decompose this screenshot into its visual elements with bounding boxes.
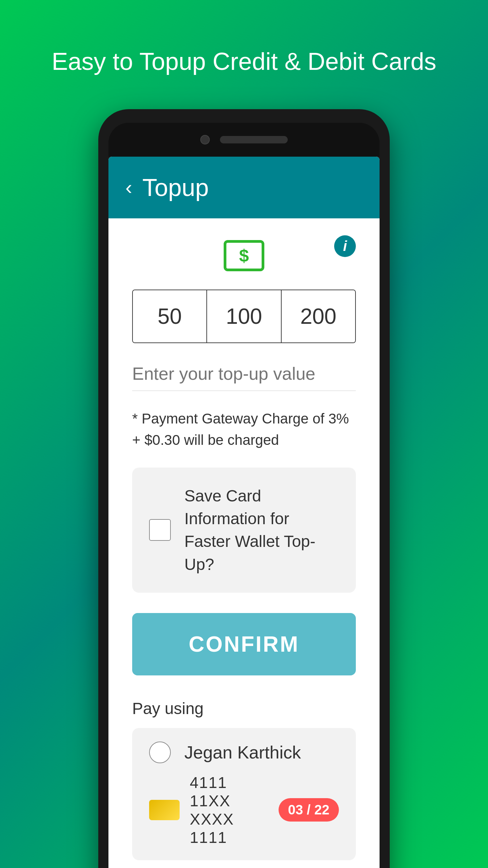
amount-buttons: 50 100 200	[132, 290, 356, 343]
save-card-label: Save Card Information for Faster Wallet …	[184, 485, 339, 576]
app-header: ‹ Topup	[108, 157, 380, 218]
card-radio-button[interactable]	[149, 742, 171, 763]
pay-using-label: Pay using	[132, 699, 356, 718]
dollar-icon: $	[224, 239, 264, 273]
phone-notch	[108, 123, 380, 157]
phone-speaker	[220, 136, 288, 143]
amount-100-button[interactable]: 100	[207, 290, 281, 342]
card-expiry: 03 / 22	[279, 798, 339, 822]
save-card-container[interactable]: Save Card Information for Faster Wallet …	[132, 468, 356, 593]
card-holder-name: Jegan Karthick	[184, 742, 301, 763]
amount-50-button[interactable]: 50	[133, 290, 207, 342]
screen-title: Topup	[142, 174, 209, 201]
page-title: Easy to Topup Credit & Debit Cards	[52, 47, 436, 75]
card-details-row: 4111 11XX XXXX 1111 03 / 22	[149, 773, 339, 847]
svg-text:$: $	[239, 246, 249, 265]
card-number: 4111 11XX XXXX 1111	[190, 773, 268, 847]
amount-200-button[interactable]: 200	[282, 290, 355, 342]
topup-value-input[interactable]	[132, 363, 356, 384]
confirm-button[interactable]: CONFIRM	[132, 613, 356, 675]
back-button[interactable]: ‹	[125, 177, 132, 198]
card-holder-row: Jegan Karthick	[149, 742, 339, 763]
save-card-checkbox[interactable]	[149, 519, 171, 541]
phone-camera	[200, 135, 210, 144]
phone-shell: ‹ Topup $ i 50 100	[98, 109, 390, 868]
topup-input-container	[132, 363, 356, 391]
payment-card-container[interactable]: Jegan Karthick 4111 11XX XXXX 1111 03 / …	[132, 728, 356, 860]
phone-screen: ‹ Topup $ i 50 100	[108, 157, 380, 868]
icon-area: $ i	[132, 239, 356, 273]
info-icon[interactable]: i	[334, 235, 356, 257]
screen-content: $ i 50 100 200 * Payment Gateway Charge …	[108, 218, 380, 868]
card-thumbnail	[149, 800, 180, 820]
payment-note: * Payment Gateway Charge of 3% + $0.30 w…	[132, 408, 356, 451]
